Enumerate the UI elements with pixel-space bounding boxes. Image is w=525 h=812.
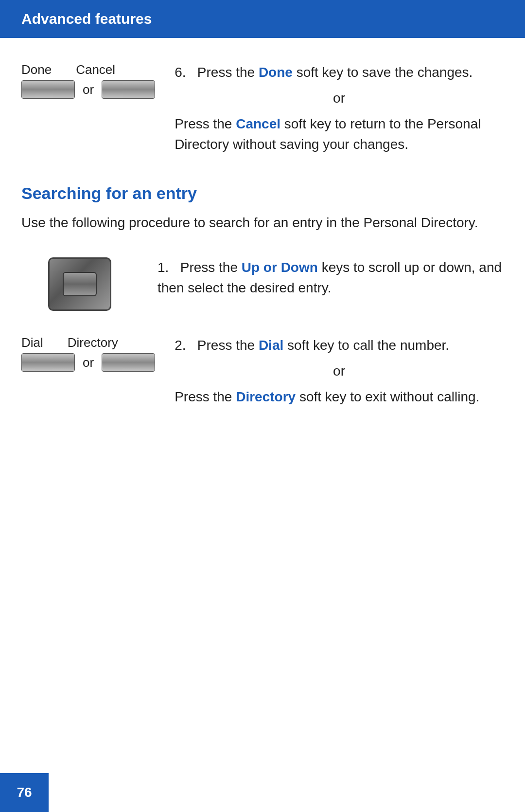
- cancel-button-img: [102, 80, 155, 99]
- step2-prefix: Press the: [197, 338, 259, 353]
- step1-text: 1. Press the Up or Down keys to scroll u…: [158, 257, 504, 298]
- step2-button-row: or: [21, 353, 155, 372]
- step2-text1: 2. Press the Dial soft key to call the n…: [175, 335, 504, 356]
- step6-section: Done Cancel or 6. Press the Done soft ke…: [21, 62, 504, 155]
- step2-or-center: or: [175, 363, 504, 379]
- page-content: Done Cancel or 6. Press the Done soft ke…: [0, 62, 525, 407]
- step1-keyword: Up or Down: [242, 260, 318, 275]
- step6-left: Done Cancel or: [21, 62, 155, 155]
- directory-label: Directory: [68, 335, 118, 350]
- step6-line1b: soft key to save the changes.: [293, 65, 472, 80]
- step2-row: Dial Directory or 2. Press the Dial soft…: [21, 335, 504, 407]
- step6-text2: Press the Cancel soft key to return to t…: [175, 114, 504, 155]
- step2-text2: Press the Directory soft key to exit wit…: [175, 387, 504, 407]
- header-bar: Advanced features: [0, 0, 525, 38]
- step1-right: 1. Press the Up or Down keys to scroll u…: [158, 257, 504, 298]
- step1-row: 1. Press the Up or Down keys to scroll u…: [21, 257, 504, 311]
- cancel-label: Cancel: [76, 62, 115, 77]
- step1-number: 1.: [158, 260, 169, 275]
- directory-button-img: [102, 353, 155, 372]
- step1-left: [21, 257, 138, 311]
- step6-button-row: or: [21, 80, 155, 99]
- button-labels: Done Cancel: [21, 62, 115, 77]
- step2-text2-suffix: soft key to exit without calling.: [296, 389, 479, 404]
- done-label: Done: [21, 62, 52, 77]
- step2-button-labels: Dial Directory: [21, 335, 118, 350]
- step6-line2-prefix: Press the: [175, 116, 236, 131]
- step6-right: 6. Press the Done soft key to save the c…: [175, 62, 504, 155]
- step2-or: or: [81, 355, 96, 370]
- step6-text1: 6. Press the Done soft key to save the c…: [175, 62, 504, 83]
- page-footer: 76: [0, 773, 49, 812]
- step6-line1-prefix: Press the: [197, 65, 259, 80]
- step6-done-keyword: Done: [259, 65, 293, 80]
- step2-dial-keyword: Dial: [259, 338, 283, 353]
- nav-key-image: [48, 257, 111, 311]
- step6-or: or: [81, 82, 96, 97]
- step6-number: 6.: [175, 65, 186, 80]
- step2-directory-keyword: Directory: [236, 389, 296, 404]
- step2-right: 2. Press the Dial soft key to call the n…: [175, 335, 504, 407]
- intro-text: Use the following procedure to search fo…: [21, 213, 504, 233]
- step6-or-center: or: [175, 90, 504, 106]
- step2-suffix: soft key to call the number.: [283, 338, 449, 353]
- nav-key-inner: [63, 272, 97, 296]
- step1-prefix: Press the: [180, 260, 242, 275]
- header-title: Advanced features: [21, 11, 152, 27]
- step2-number: 2.: [175, 338, 186, 353]
- step2-left: Dial Directory or: [21, 335, 155, 372]
- page-number: 76: [17, 785, 32, 800]
- step6-cancel-keyword: Cancel: [236, 116, 280, 131]
- dial-button-img: [21, 353, 75, 372]
- section-heading: Searching for an entry: [21, 184, 504, 203]
- dial-label: Dial: [21, 335, 43, 350]
- step2-text2-prefix: Press the: [175, 389, 236, 404]
- done-button-img: [21, 80, 75, 99]
